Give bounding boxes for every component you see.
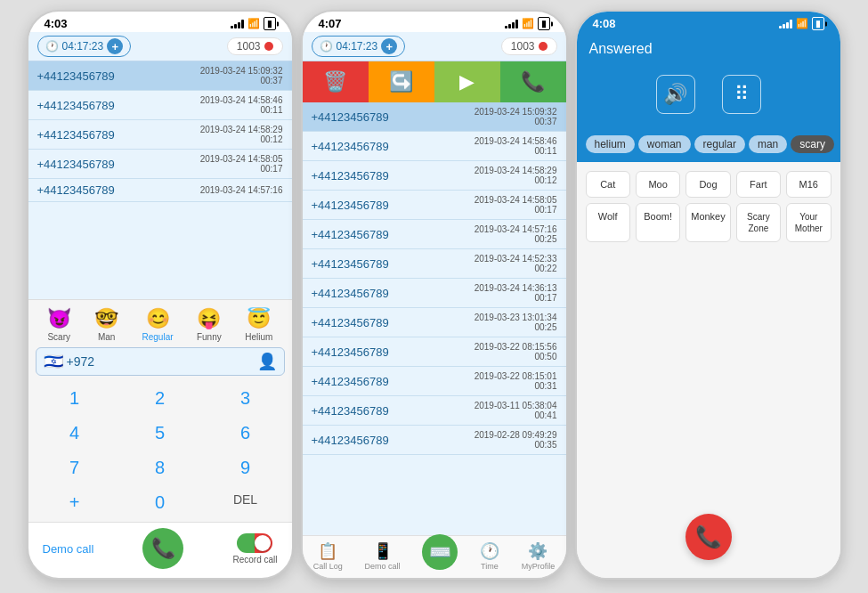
tab-myprofile[interactable]: ⚙️ MyProfile	[522, 541, 556, 571]
call-item-1-1[interactable]: +44123456789 2019-03-24 14:58:4600:11	[28, 91, 292, 120]
call-item-1-0[interactable]: +44123456789 2019-03-24 15:09:3200:37	[28, 61, 292, 91]
demo-call-link[interactable]: Demo call	[43, 542, 94, 556]
time-3: 4:08	[593, 17, 616, 30]
forward-btn[interactable]: ↪️	[369, 61, 434, 102]
toggle-switch[interactable]	[237, 533, 272, 553]
call-item-1-2[interactable]: +44123456789 2019-03-24 14:58:2900:12	[28, 120, 292, 150]
voice-funny[interactable]: 😝 Funny	[197, 307, 222, 342]
call-item-2-9[interactable]: +44123456789 2019-03-22 08:15:0100:31	[303, 367, 566, 396]
call-meta: 2019-03-22 08:15:5600:50	[475, 342, 557, 361]
status-icons-1: 📶 ▮	[231, 17, 276, 30]
sound-dog[interactable]: Dog	[685, 171, 730, 198]
call-item-2-11[interactable]: +44123456789 2019-02-28 09:49:2900:35	[303, 426, 566, 455]
sound-m16[interactable]: M16	[786, 171, 831, 198]
call-meta: 2019-03-11 05:38:0400:41	[475, 401, 557, 420]
sound-cat[interactable]: Cat	[586, 171, 630, 198]
regular-label: Regular	[142, 332, 174, 342]
status-icons-2: 📶 ▮	[505, 17, 550, 30]
call-number: +44123456789	[312, 140, 389, 153]
call-number: +44123456789	[37, 183, 115, 197]
call-action-btn[interactable]: 📞	[500, 61, 566, 102]
voice-filter-row: 😈 Scary 🤓 Man 😊 Regular 😝 Funny 😇	[28, 305, 292, 342]
vf-helium[interactable]: helium	[586, 135, 635, 153]
call-item-2-7[interactable]: +44123456789 2019-03-23 13:01:3400:25	[303, 308, 566, 337]
voice-regular[interactable]: 😊 Regular	[142, 307, 174, 342]
sound-boom[interactable]: Boom!	[636, 203, 680, 242]
call-meta: 2019-03-22 08:15:0100:31	[475, 371, 557, 391]
tab-dialpad[interactable]: ⌨️	[422, 541, 458, 571]
dial-1[interactable]: 1	[32, 381, 118, 416]
dial-8[interactable]: 8	[118, 451, 203, 485]
dial-9[interactable]: 9	[203, 451, 288, 485]
sound-wolf[interactable]: Wolf	[586, 203, 630, 242]
tab-time[interactable]: 🕐 Time	[480, 541, 499, 571]
red-dot-2	[539, 42, 548, 51]
man-label: Man	[98, 332, 115, 342]
call-item-2-1[interactable]: +44123456789 2019-03-24 14:58:4600:11	[303, 132, 566, 161]
tab-call-log[interactable]: 📋 Call Log	[313, 541, 343, 571]
voice-man[interactable]: 🤓 Man	[94, 307, 118, 342]
dial-3[interactable]: 3	[203, 381, 288, 416]
vf-man[interactable]: man	[749, 135, 787, 153]
dial-2[interactable]: 2	[118, 381, 203, 416]
call-number: +44123456789	[312, 169, 389, 183]
keypad-button[interactable]: ⠿	[722, 75, 761, 114]
delete-btn[interactable]: 🗑️	[303, 61, 369, 102]
speaker-button[interactable]: 🔊	[656, 75, 695, 114]
timer-badge-1[interactable]: 🕐 04:17:23 +	[37, 36, 132, 57]
sound-your-mother[interactable]: YourMother	[786, 203, 831, 242]
dial-7[interactable]: 7	[32, 451, 118, 485]
time-1: 4:03	[45, 17, 68, 30]
dial-plus[interactable]: +	[32, 485, 118, 520]
dial-0[interactable]: 0	[118, 485, 203, 520]
tab-demo-call[interactable]: 📱 Demo call	[365, 541, 401, 571]
end-call-button[interactable]: 📞	[685, 514, 732, 560]
scary-label: Scary	[47, 332, 70, 342]
voice-helium[interactable]: 😇 Helium	[245, 307, 272, 342]
call-button-1[interactable]: 📞	[142, 528, 183, 569]
answered-label: Answered	[589, 41, 828, 57]
vf-woman[interactable]: woman	[638, 135, 691, 153]
call-log-icon: 📋	[318, 541, 337, 561]
call-item-2-3[interactable]: +44123456789 2019-03-24 14:58:0500:17	[303, 191, 566, 220]
sound-moo[interactable]: Moo	[636, 171, 680, 198]
call-item-1-4[interactable]: +44123456789 2019-03-24 14:57:16	[28, 179, 292, 202]
plus-button-2[interactable]: +	[381, 38, 397, 54]
vf-scary[interactable]: scary	[791, 135, 834, 153]
voice-scary[interactable]: 😈 Scary	[47, 307, 71, 342]
action-bar: 🗑️ ↪️ ▶ 📞	[303, 61, 566, 102]
flag-icon: 🇮🇱	[44, 352, 63, 371]
phone-input-row[interactable]: 🇮🇱 +972 👤	[36, 347, 285, 376]
call-item-2-10[interactable]: +44123456789 2019-03-11 05:38:0400:41	[303, 396, 566, 426]
record-toggle[interactable]: Record call	[232, 533, 277, 565]
dial-4[interactable]: 4	[32, 416, 118, 451]
call-item-2-8[interactable]: +44123456789 2019-03-22 08:15:5600:50	[303, 337, 566, 367]
vf-regular[interactable]: regular	[694, 135, 745, 153]
contact-icon[interactable]: 👤	[257, 352, 277, 371]
call-number: +44123456789	[312, 316, 389, 329]
plus-button-1[interactable]: +	[107, 38, 123, 54]
count-badge-1: 1003	[227, 37, 283, 55]
sound-monkey[interactable]: Monkey	[685, 203, 730, 242]
tab-time-label: Time	[481, 562, 499, 571]
call-item-2-4[interactable]: +44123456789 2019-03-24 14:57:1600:25	[303, 220, 566, 249]
phone-3: 4:08 📶 ▮ Answered 🔊 ⠿ helium woman regul…	[575, 10, 842, 580]
dial-6[interactable]: 6	[203, 416, 288, 451]
call-item-2-0[interactable]: +44123456789 2019-03-24 15:09:3200:37	[303, 102, 566, 132]
call-item-2-6[interactable]: +44123456789 2019-03-24 14:36:1300:17	[303, 279, 566, 308]
call-item-1-3[interactable]: +44123456789 2019-03-24 14:58:0500:17	[28, 150, 292, 179]
funny-label: Funny	[197, 332, 222, 342]
dial-del[interactable]: DEL	[203, 485, 288, 520]
call-item-2-5[interactable]: +44123456789 2019-03-24 14:52:3300:22	[303, 249, 566, 279]
call-item-2-2[interactable]: +44123456789 2019-03-24 14:58:2900:12	[303, 161, 566, 191]
sound-fart[interactable]: Fart	[736, 171, 781, 198]
call-number: +44123456789	[37, 158, 115, 171]
timer-badge-2[interactable]: 🕐 04:17:23 +	[312, 36, 406, 57]
call-meta: 2019-03-24 14:58:4600:11	[475, 136, 557, 156]
play-btn[interactable]: ▶	[434, 61, 500, 102]
call-number: +44123456789	[312, 375, 389, 388]
sound-scary-zone[interactable]: ScaryZone	[736, 203, 781, 242]
dial-5[interactable]: 5	[118, 416, 203, 451]
call-meta: 2019-03-23 13:01:3400:25	[475, 313, 557, 332]
call-number: +44123456789	[312, 404, 389, 418]
